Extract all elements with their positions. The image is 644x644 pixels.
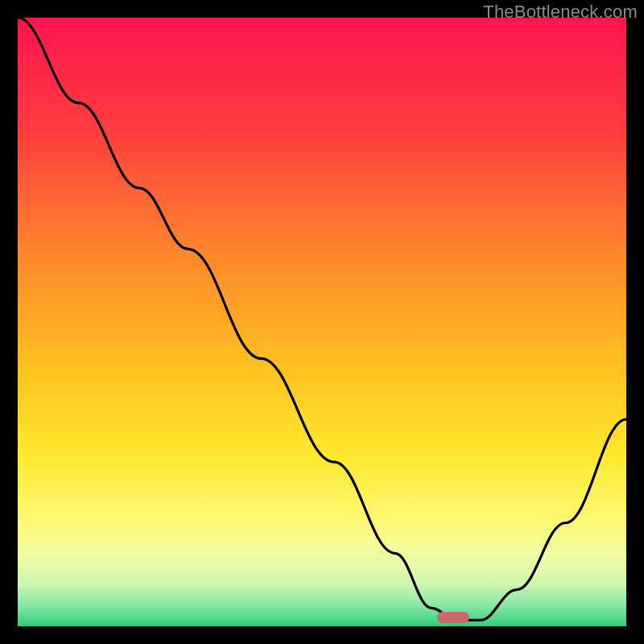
plot-area	[18, 18, 626, 626]
optimal-marker	[437, 612, 469, 623]
chart-frame: TheBottleneck.com	[0, 0, 644, 644]
bottleneck-curve	[18, 18, 626, 626]
watermark-text: TheBottleneck.com	[483, 2, 638, 23]
